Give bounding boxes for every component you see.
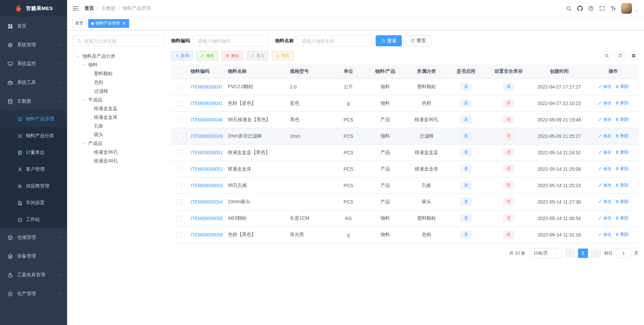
material-code-link[interactable]: ITEM00000055 [191, 216, 223, 221]
tab-item[interactable]: 首页 [72, 19, 86, 28]
row-delete-button[interactable]: 删除 [615, 215, 629, 221]
row-delete-button[interactable]: 删除 [615, 150, 629, 155]
sidebar-subitem[interactable]: 客户管理 [0, 161, 67, 178]
fullscreen-icon[interactable] [599, 5, 605, 11]
material-code-link[interactable]: ITEM00000041 [191, 101, 223, 106]
row-checkbox[interactable] [177, 216, 182, 221]
material-code-input[interactable] [193, 35, 268, 46]
row-edit-button[interactable]: 修改 [598, 199, 611, 205]
columns-button[interactable] [629, 51, 639, 61]
refresh-button[interactable] [615, 51, 625, 61]
sidebar-item[interactable]: 主数据 [0, 92, 67, 111]
row-checkbox[interactable] [177, 117, 182, 122]
row-checkbox[interactable] [177, 101, 182, 106]
hamburger-icon[interactable] [72, 5, 79, 12]
search-button[interactable]: 搜索 [376, 35, 402, 46]
tree-node[interactable]: 色粉 [73, 78, 164, 87]
breadcrumb-item[interactable]: 主数据 [101, 5, 115, 11]
export-button[interactable]: 导出 [272, 51, 293, 60]
row-edit-button[interactable]: 修改 [598, 182, 611, 188]
sidebar-item[interactable]: 首页 [0, 17, 67, 36]
sidebar-item[interactable]: 系统工具 [0, 73, 67, 92]
row-checkbox[interactable] [177, 167, 182, 172]
row-checkbox[interactable] [177, 183, 182, 188]
tree-node[interactable]: 吸头 [73, 130, 164, 139]
material-code-link[interactable]: ITEM00000054 [191, 199, 223, 205]
select-all-checkbox[interactable] [177, 69, 182, 74]
goto-page-input[interactable] [616, 249, 631, 258]
category-search-input[interactable] [84, 38, 161, 44]
row-edit-button[interactable]: 修改 [598, 232, 611, 237]
row-edit-button[interactable]: 修改 [598, 150, 611, 155]
sidebar-item[interactable]: 设备管理 [0, 247, 67, 266]
edit-button[interactable]: 修改 [196, 51, 218, 60]
toggle-search-button[interactable] [602, 51, 612, 61]
close-icon[interactable] [122, 21, 126, 25]
tree-node[interactable]: 过滤棉 [73, 87, 164, 96]
import-button[interactable]: 导入 [247, 51, 268, 60]
delete-button[interactable]: 删除 [221, 51, 243, 60]
row-checkbox[interactable] [177, 200, 182, 205]
user-avatar[interactable] [621, 3, 632, 14]
tree-node[interactable]: 移液盒48孔 [73, 157, 164, 165]
breadcrumb-item[interactable]: 物料产品管理 [123, 5, 151, 11]
reset-button[interactable]: 重置 [405, 35, 431, 46]
breadcrumb-item[interactable]: 首页 [85, 5, 94, 11]
question-icon[interactable] [588, 5, 594, 11]
row-delete-button[interactable]: 删除 [615, 84, 629, 90]
sidebar-item[interactable]: 系统监控 [0, 54, 67, 73]
tree-node[interactable]: 移液盒盒体 [73, 113, 164, 122]
current-page-button[interactable]: 1 [578, 249, 588, 258]
row-delete-button[interactable]: 删除 [615, 199, 629, 205]
prev-page-button[interactable] [565, 249, 575, 258]
row-edit-button[interactable]: 修改 [598, 166, 611, 172]
row-edit-button[interactable]: 修改 [598, 84, 611, 90]
row-delete-button[interactable]: 删除 [615, 117, 629, 122]
row-delete-button[interactable]: 删除 [615, 166, 629, 172]
material-code-link[interactable]: ITEM00000046 [191, 117, 223, 122]
row-checkbox[interactable] [177, 232, 182, 237]
sidebar-subitem[interactable]: 物料产品管理 [0, 111, 67, 127]
material-code-link[interactable]: ITEM00000051 [191, 150, 223, 155]
page-size-select[interactable]: 10条/页 [530, 248, 562, 258]
row-delete-button[interactable]: 删除 [615, 182, 629, 188]
sidebar-item[interactable]: 生产管理 [0, 284, 67, 303]
material-code-link[interactable]: ITEM00000053 [191, 183, 223, 188]
row-edit-button[interactable]: 修改 [598, 215, 611, 221]
search-icon[interactable] [566, 5, 572, 11]
sidebar-subitem[interactable]: 供应商管理 [0, 178, 67, 195]
sidebar-subitem[interactable]: 车间设置 [0, 195, 67, 211]
row-delete-button[interactable]: 删除 [615, 232, 629, 237]
tree-node[interactable]: 移液盒96孔 [73, 148, 164, 157]
sidebar-subitem[interactable]: 计量单位 [0, 144, 67, 161]
material-code-link[interactable]: ITEM00000056 [191, 232, 223, 237]
material-code-link[interactable]: ITEM00000052 [191, 166, 223, 172]
sidebar-subitem[interactable]: 工作站 [0, 211, 67, 228]
material-code-link[interactable]: ITEM00000037 [191, 84, 223, 90]
github-icon[interactable] [577, 5, 583, 11]
sidebar-item[interactable]: 工装夹具管理 [0, 266, 67, 284]
material-name-input[interactable] [297, 35, 372, 46]
row-delete-button[interactable]: 删除 [615, 133, 629, 139]
row-edit-button[interactable]: 修改 [598, 100, 611, 106]
sidebar-item[interactable]: 仓储管理 [0, 228, 67, 247]
chevron-down-icon[interactable] [635, 9, 639, 13]
app-logo[interactable]: 苦糖果MES [0, 0, 67, 17]
tree-node[interactable]: 产成品 [73, 139, 164, 148]
add-button[interactable]: 新增 [171, 51, 193, 60]
tree-node[interactable]: 物料 [73, 61, 164, 69]
row-checkbox[interactable] [177, 150, 182, 155]
font-size-icon[interactable] [610, 5, 616, 11]
row-checkbox[interactable] [177, 134, 182, 139]
tree-node[interactable]: 塑料颗粒 [73, 69, 164, 78]
next-page-button[interactable] [591, 249, 601, 258]
row-delete-button[interactable]: 删除 [615, 100, 629, 106]
row-edit-button[interactable]: 修改 [598, 133, 611, 139]
tree-node[interactable]: 孔板 [73, 122, 164, 130]
sidebar-subitem[interactable]: 物料产品分类 [0, 127, 67, 144]
tree-node[interactable]: 物料及产品分类 [73, 52, 164, 61]
row-edit-button[interactable]: 修改 [598, 117, 611, 122]
tab-active[interactable]: 物料产品管理 [88, 19, 129, 28]
row-checkbox[interactable] [177, 85, 182, 90]
tree-node[interactable]: 移液盒盒盖 [73, 104, 164, 113]
